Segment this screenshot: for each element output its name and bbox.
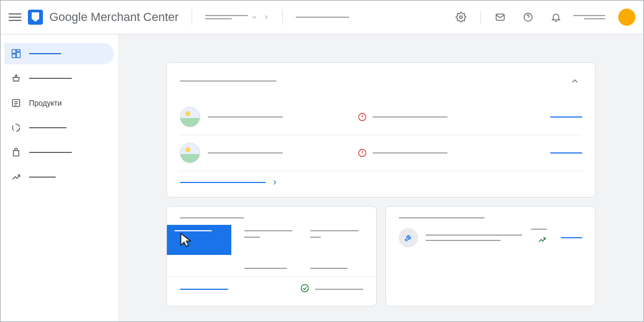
app-title: Google Merchant Center: [49, 10, 179, 24]
trend-up-icon: [11, 172, 21, 182]
sidebar-item-label: [29, 53, 61, 54]
sidebar-item-label: [29, 177, 56, 178]
error-icon: [357, 112, 367, 122]
sidebar-item-marketing[interactable]: [4, 142, 114, 163]
card-title: [180, 80, 276, 82]
svg-point-19: [301, 284, 309, 292]
divider: [480, 11, 481, 24]
chevron-up-icon: [570, 76, 580, 86]
tools-card: [385, 206, 596, 306]
sidebar-item-growth[interactable]: [4, 166, 114, 188]
program-issue-row: [180, 99, 582, 135]
account-switcher[interactable]: [205, 14, 269, 20]
svg-point-15: [362, 119, 363, 119]
account-name-placeholder[interactable]: [573, 15, 605, 19]
tool-row: [399, 228, 582, 247]
program-issue-row: [180, 135, 582, 171]
svg-rect-7: [12, 54, 16, 58]
view-all-link[interactable]: [180, 179, 582, 186]
svg-point-18: [362, 155, 363, 155]
feed-metric-col: [310, 262, 363, 269]
svg-rect-6: [17, 53, 20, 58]
mail-icon: [495, 12, 506, 23]
error-icon: [357, 148, 367, 158]
mail-button[interactable]: [489, 6, 511, 28]
header-search-placeholder[interactable]: [296, 17, 349, 18]
sidebar-item-performance[interactable]: [4, 117, 114, 138]
collapse-button[interactable]: [567, 74, 582, 89]
manage-feeds-link[interactable]: [180, 289, 228, 290]
feeds-overview-card: [166, 206, 377, 306]
trend-up-icon: [537, 235, 547, 247]
sidebar-item-label: [29, 78, 72, 79]
bag-icon: [11, 147, 21, 158]
chevron-right-icon: [271, 179, 279, 186]
list-icon: [11, 98, 21, 108]
feed-metric-col: [244, 225, 297, 238]
divider: [282, 10, 283, 25]
sidebar-item-label: [29, 127, 67, 128]
cursor-icon: [178, 231, 195, 248]
svg-point-0: [460, 16, 463, 18]
divider: [192, 10, 192, 25]
merchant-center-logo-icon: [28, 10, 43, 25]
sidebar-item-label: Продукти: [29, 99, 62, 107]
sidebar: Продукти: [0, 34, 118, 322]
gear-icon: [456, 12, 466, 23]
program-name: [208, 116, 283, 118]
svg-rect-5: [17, 50, 20, 52]
basket-icon: [11, 73, 21, 84]
app-header: Google Merchant Center: [0, 0, 644, 34]
help-icon: [523, 12, 533, 23]
sidebar-item-products[interactable]: Продукти: [4, 92, 114, 114]
dashboard-icon: [11, 48, 21, 59]
user-avatar[interactable]: [618, 9, 635, 26]
tool-metric: [531, 229, 547, 230]
settings-button[interactable]: [450, 6, 472, 28]
tool-action-link[interactable]: [561, 237, 582, 238]
issue-text: [372, 152, 448, 153]
status-text: [315, 289, 363, 290]
card-title: [180, 217, 244, 218]
check-circle-icon: [300, 283, 310, 295]
chevron-right-icon: [263, 14, 269, 20]
svg-point-3: [528, 19, 529, 19]
fix-link[interactable]: [550, 152, 582, 153]
sidebar-item-label: [29, 152, 72, 153]
bell-icon: [551, 12, 561, 23]
card-title: [399, 217, 485, 218]
feed-metric-col: [244, 262, 297, 269]
program-icon: [180, 107, 200, 127]
circle-progress-icon: [11, 122, 21, 133]
wrench-icon: [399, 228, 418, 247]
program-name: [208, 152, 283, 153]
tool-desc: [426, 240, 501, 241]
svg-rect-4: [12, 50, 16, 54]
help-button[interactable]: [517, 6, 539, 28]
sidebar-item-shopping[interactable]: [4, 68, 114, 89]
chevron-down-icon: [251, 14, 258, 20]
tool-name: [426, 235, 522, 236]
program-icon: [180, 143, 200, 163]
svg-point-12: [12, 124, 19, 131]
main-content: [118, 34, 644, 322]
menu-button[interactable]: [9, 11, 21, 24]
sidebar-item-overview[interactable]: [4, 43, 114, 64]
feed-metric-col: [310, 225, 363, 238]
feed-selected-tab[interactable]: [167, 225, 231, 255]
notifications-button[interactable]: [545, 6, 567, 28]
fix-link[interactable]: [550, 116, 582, 118]
issue-text: [372, 116, 448, 118]
pending-tasks-card: [166, 62, 596, 197]
